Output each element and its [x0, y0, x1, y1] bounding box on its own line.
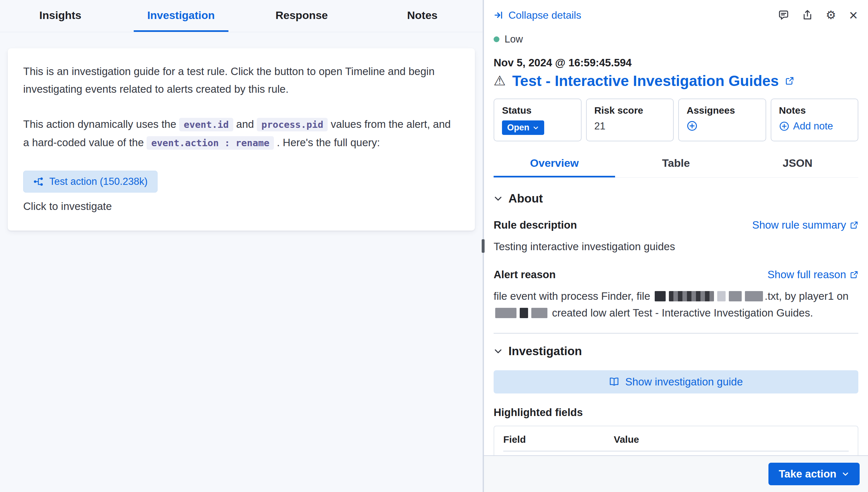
redacted-text: [531, 308, 547, 318]
collapse-details-button[interactable]: Collapse details: [494, 9, 581, 21]
flyout-tabs: Overview Table JSON: [494, 151, 858, 178]
timeline-icon: [33, 176, 44, 187]
flyout-header: Collapse details ⚙ ×: [484, 0, 868, 25]
tab-overview[interactable]: Overview: [494, 151, 615, 177]
highlighted-fields-table: Field Value host.name agent.status: [503, 427, 849, 455]
redacted-text: [717, 291, 726, 301]
tab-table[interactable]: Table: [615, 151, 736, 177]
redacted-text: [655, 291, 666, 301]
flyout-footer: Take action: [484, 455, 868, 492]
investigation-heading: Investigation: [509, 345, 582, 358]
popout-icon: [850, 270, 858, 279]
table-row: host.name: [503, 451, 849, 455]
guide-paragraph-2-text: This action dynamically uses the: [23, 118, 179, 130]
resize-handle[interactable]: [482, 239, 485, 253]
table-header-row: Field Value: [503, 427, 849, 451]
test-action-button[interactable]: Test action (150.238k): [23, 171, 158, 193]
alert-reason-part2: .txt, by player1 on: [765, 290, 848, 302]
tab-response-label: Response: [262, 0, 342, 32]
risk-score-card: Risk score 21: [586, 99, 674, 141]
show-rule-summary-link[interactable]: Show rule summary: [752, 219, 858, 231]
chevron-down-icon: [494, 347, 502, 356]
arrow-end-icon: [494, 10, 503, 20]
redacted-text: [745, 291, 763, 301]
comment-icon[interactable]: [778, 10, 789, 21]
show-rule-summary-label: Show rule summary: [752, 219, 846, 231]
panel-resize-divider[interactable]: [483, 0, 484, 492]
tab-insights-label: Insights: [26, 0, 95, 32]
chevron-down-icon: [842, 470, 849, 478]
close-icon[interactable]: ×: [849, 8, 858, 23]
click-to-investigate-caption: Click to investigate: [23, 200, 460, 213]
alert-reason-part3: created low alert Test - Interactive Inv…: [549, 307, 813, 319]
tab-response[interactable]: Response: [241, 0, 362, 32]
tab-notes[interactable]: Notes: [362, 0, 483, 32]
tab-json[interactable]: JSON: [737, 151, 858, 177]
alert-summary-cards: Status Open Risk score 21 Assignees: [494, 99, 858, 141]
test-action-button-label: Test action (150.238k): [49, 176, 147, 188]
severity-label: Low: [505, 33, 523, 45]
risk-score-value: 21: [594, 120, 666, 132]
warning-icon: ⚠: [494, 74, 506, 88]
book-icon: [609, 377, 619, 387]
show-investigation-guide-label: Show investigation guide: [625, 376, 743, 388]
assignees-card: Assignees: [678, 99, 766, 141]
tab-investigation-label: Investigation: [134, 0, 229, 32]
add-assignee-icon[interactable]: [687, 120, 758, 131]
redacted-text: [729, 291, 742, 301]
severity-row: Low: [494, 33, 858, 45]
status-card: Status Open: [494, 99, 582, 141]
alert-details-flyout: Collapse details ⚙ ×: [484, 0, 868, 492]
tab-notes-label: Notes: [394, 0, 451, 32]
value-column-header[interactable]: Value: [614, 427, 849, 451]
field-column-header[interactable]: Field: [503, 427, 614, 451]
add-note-icon: [779, 121, 790, 131]
show-full-reason-label: Show full reason: [768, 269, 846, 281]
notes-card: Notes Add note: [771, 99, 859, 141]
status-open-label: Open: [507, 123, 530, 133]
status-open-badge[interactable]: Open: [502, 120, 544, 135]
section-divider: [494, 333, 858, 334]
alert-reason-text: file event with process Finder, file .tx…: [494, 288, 858, 321]
flyout-body: Low Nov 5, 2024 @ 16:59:45.594 ⚠ Test - …: [484, 25, 868, 455]
external-link-icon[interactable]: [785, 76, 794, 85]
gear-icon[interactable]: ⚙: [826, 9, 836, 21]
guide-paragraph-2-and: and: [233, 118, 257, 130]
guide-paragraph-2: This action dynamically uses the event.i…: [23, 115, 460, 152]
alert-title[interactable]: Test - Interactive Investigation Guides: [512, 72, 779, 90]
show-full-reason-link[interactable]: Show full reason: [768, 269, 858, 281]
take-action-button[interactable]: Take action: [769, 463, 860, 485]
show-investigation-guide-button[interactable]: Show investigation guide: [494, 370, 858, 393]
flyout-header-icons: ⚙ ×: [778, 8, 858, 23]
investigation-section: Investigation Show investigation guide H…: [494, 345, 858, 455]
investigation-section-toggle[interactable]: Investigation: [494, 345, 858, 358]
highlighted-fields-label: Highlighted fields: [494, 407, 858, 419]
about-section-toggle[interactable]: About: [494, 192, 858, 205]
assignees-label: Assignees: [687, 105, 758, 116]
highlighted-fields-table-panel: Field Value host.name agent.status: [494, 426, 858, 455]
tab-insights[interactable]: Insights: [0, 0, 121, 32]
redacted-text: [495, 308, 516, 318]
field-host-name[interactable]: host.name: [503, 451, 614, 455]
code-process-pid: process.pid: [257, 118, 328, 131]
share-icon[interactable]: [802, 10, 813, 21]
redacted-text: [520, 308, 528, 318]
alert-reason-label: Alert reason: [494, 269, 556, 281]
about-heading: About: [509, 192, 543, 205]
code-event-id: event.id: [179, 118, 233, 131]
take-action-label: Take action: [779, 468, 837, 480]
chevron-down-icon: [494, 194, 502, 203]
severity-low-dot: [494, 36, 499, 42]
risk-score-label: Risk score: [594, 105, 666, 116]
alert-reason-row: Alert reason Show full reason: [494, 269, 858, 281]
left-tabbar: Insights Investigation Response Notes: [0, 0, 483, 32]
about-section: About Rule description Show rule summary…: [494, 192, 858, 321]
investigation-guide-card: This is an investigation guide for a tes…: [8, 48, 475, 230]
alert-title-row: ⚠ Test - Interactive Investigation Guide…: [494, 72, 858, 90]
app-root: Insights Investigation Response Notes Th…: [0, 0, 868, 492]
add-note-button[interactable]: Add note: [779, 120, 833, 132]
chevron-down-icon: [533, 125, 539, 131]
redacted-text: [669, 291, 714, 301]
rule-description-text: Testing interactive investigation guides: [494, 238, 858, 255]
tab-investigation[interactable]: Investigation: [121, 0, 242, 32]
